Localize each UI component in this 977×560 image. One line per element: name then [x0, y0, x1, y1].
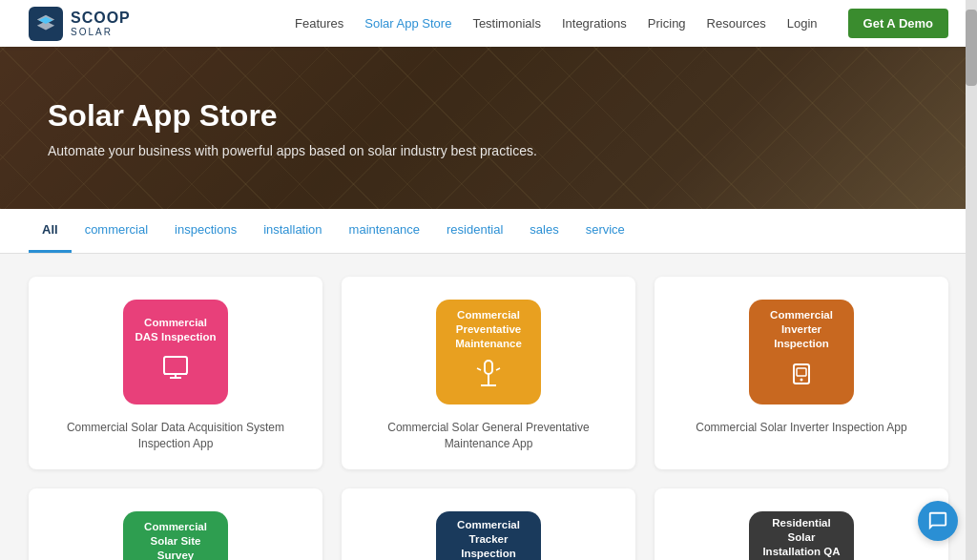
app-card-icon-2 — [786, 359, 817, 396]
filter-inspections[interactable]: inspections — [161, 209, 250, 253]
hero-section: Solar App Store Automate your business w… — [0, 47, 977, 209]
hero-content: Solar App Store Automate your business w… — [48, 98, 537, 158]
hero-title: Solar App Store — [48, 98, 537, 134]
svg-rect-0 — [164, 357, 187, 374]
app-card-label-5: Residential Solar Installation QA – bala… — [759, 516, 844, 560]
nav-integrations[interactable]: Integrations — [562, 16, 627, 31]
nav-login[interactable]: Login — [787, 16, 818, 31]
app-icon-box-3: Commercial Solar Site Survey — [123, 511, 228, 560]
app-cards-grid: Commercial DAS InspectionCommercial Sola… — [29, 277, 948, 560]
logo-scoop-text: SCOOP — [71, 10, 131, 27]
logo-text: SCOOP SOLAR — [71, 10, 131, 37]
navbar: SCOOP SOLAR Features Solar App Store Tes… — [0, 0, 977, 47]
svg-point-11 — [800, 378, 803, 381]
filter-section: All commercial inspections installation … — [0, 209, 977, 254]
filter-residential[interactable]: residential — [433, 209, 516, 253]
svg-line-8 — [496, 368, 500, 370]
app-icon-box-1: Commercial Preventative Maintenance — [436, 300, 541, 404]
app-icon-box-0: Commercial DAS Inspection — [123, 300, 228, 404]
chat-button[interactable] — [918, 501, 958, 541]
filter-all[interactable]: All — [29, 209, 72, 253]
app-card-icon-0 — [160, 351, 191, 388]
nav-pricing[interactable]: Pricing — [648, 16, 686, 31]
svg-rect-10 — [797, 368, 806, 376]
scrollbar[interactable] — [966, 0, 977, 560]
app-card-description-0: Commercial Solar Data Acquisition System… — [48, 420, 303, 452]
app-icon-box-4: Commercial Tracker Inspection — [436, 511, 541, 560]
app-card-0[interactable]: Commercial DAS InspectionCommercial Sola… — [29, 277, 322, 469]
svg-rect-4 — [485, 361, 492, 374]
app-card-4[interactable]: Commercial Tracker InspectionCommercial … — [342, 488, 635, 560]
app-card-5[interactable]: Residential Solar Installation QA – bala… — [655, 488, 948, 560]
app-card-description-1: Commercial Solar General Preventative Ma… — [361, 420, 616, 452]
svg-line-7 — [477, 368, 481, 370]
app-card-label-1: Commercial Preventative Maintenance — [446, 308, 531, 351]
app-icon-box-5: Residential Solar Installation QA – bala… — [749, 511, 854, 560]
filter-commercial[interactable]: commercial — [72, 209, 161, 253]
nav-solar-app-store[interactable]: Solar App Store — [364, 16, 451, 31]
app-card-icon-1 — [473, 359, 504, 396]
nav-resources[interactable]: Resources — [707, 16, 766, 31]
filter-tabs: All commercial inspections installation … — [29, 209, 948, 253]
hero-subtitle: Automate your business with powerful app… — [48, 143, 537, 158]
app-card-3[interactable]: Commercial Solar Site SurveyCommercial S… — [29, 488, 322, 560]
get-demo-button[interactable]: Get A Demo — [848, 9, 948, 38]
main-content: Commercial DAS InspectionCommercial Sola… — [0, 254, 977, 560]
filter-installation[interactable]: installation — [250, 209, 335, 253]
filter-sales[interactable]: sales — [516, 209, 572, 253]
nav-links: Features Solar App Store Testimonials In… — [295, 9, 948, 38]
nav-testimonials[interactable]: Testimonials — [472, 16, 541, 31]
logo-solar-text: SOLAR — [71, 27, 131, 37]
scrollbar-thumb[interactable] — [966, 10, 977, 86]
app-card-label-2: Commercial Inverter Inspection — [759, 308, 844, 351]
filter-maintenance[interactable]: maintenance — [336, 209, 433, 253]
filter-service[interactable]: service — [572, 209, 638, 253]
app-card-label-4: Commercial Tracker Inspection — [446, 518, 531, 560]
logo-svg — [35, 13, 56, 34]
app-card-label-3: Commercial Solar Site Survey — [133, 520, 218, 560]
chat-icon — [927, 510, 948, 531]
app-card-description-2: Commercial Solar Inverter Inspection App — [696, 420, 906, 436]
logo[interactable]: SCOOP SOLAR — [29, 7, 131, 41]
nav-features[interactable]: Features — [295, 16, 343, 31]
app-icon-box-2: Commercial Inverter Inspection — [749, 300, 854, 404]
logo-icon — [29, 7, 63, 41]
app-card-label-0: Commercial DAS Inspection — [133, 316, 218, 344]
app-card-2[interactable]: Commercial Inverter InspectionCommercial… — [655, 277, 948, 469]
app-card-1[interactable]: Commercial Preventative MaintenanceComme… — [342, 277, 635, 469]
